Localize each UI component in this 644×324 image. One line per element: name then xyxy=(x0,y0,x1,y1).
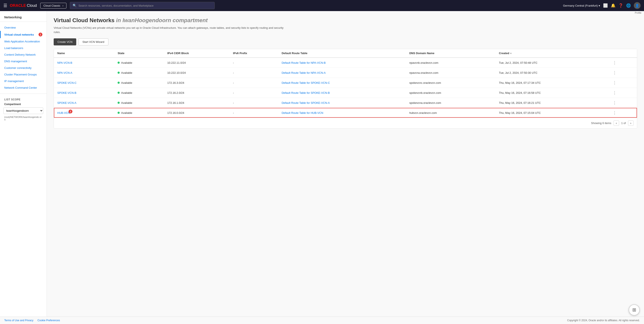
row-menu-button[interactable]: ⋮ xyxy=(612,81,618,85)
terms-link[interactable]: Terms of Use and Privacy xyxy=(4,319,34,322)
page-title: Virtual Cloud Networks in IwanHoogendoor… xyxy=(54,17,637,24)
col-ipv6: IPv6 Prefix xyxy=(230,49,278,58)
search-input[interactable] xyxy=(78,4,212,7)
sidebar-item-label: Cluster Placement Groups xyxy=(4,73,37,76)
compartment-select[interactable]: IwanHoogendoorn xyxy=(4,107,43,114)
console-icon[interactable]: ⬜ xyxy=(603,3,608,8)
vcn-state-cell: Available xyxy=(114,58,164,68)
vcn-name-link[interactable]: NPA-VCN-A xyxy=(57,71,72,74)
col-state: State xyxy=(114,49,164,58)
vcn-name-link[interactable]: SPOKE-VCN-A xyxy=(57,101,76,104)
vcn-ipv6-cell: - xyxy=(230,68,278,78)
vcn-dns-cell: hubvcn.oraclevcn.com xyxy=(406,108,496,118)
route-table-link[interactable]: Default Route Table for SPOKE-VCN-C xyxy=(282,81,330,84)
toolbar: Create VCN Start VCN Wizard xyxy=(54,38,637,45)
vcn-ipv6-cell: - xyxy=(230,98,278,108)
vcn-ipv4-cell: 172.16.2.0/24 xyxy=(164,88,230,98)
sidebar-item-cluster[interactable]: Cluster Placement Groups xyxy=(0,71,47,78)
status-dot xyxy=(118,82,120,84)
help-icon[interactable]: ❓ xyxy=(618,3,623,8)
sidebar-item-waa[interactable]: Web Application Acceleration xyxy=(0,38,47,45)
vcn-menu-cell: ⋮ xyxy=(608,78,637,88)
oracle-logo: ORACLE Cloud xyxy=(10,4,37,8)
vcn-name-link[interactable]: SPOKE-VCN-B xyxy=(57,91,76,94)
row-menu-button[interactable]: ⋮ xyxy=(612,111,618,115)
profile-tooltip: Profile xyxy=(634,11,642,15)
route-table-link[interactable]: Default Route Table for NPA-VCN-A xyxy=(282,71,326,74)
row-menu-button[interactable]: ⋮ xyxy=(612,91,618,95)
region-selector[interactable]: Germany Central (Frankfurt) ▾ xyxy=(563,4,600,7)
sidebar-item-label: Load balancers xyxy=(4,47,23,50)
sidebar-item-ip[interactable]: IP management xyxy=(0,78,47,84)
start-vcn-wizard-button[interactable]: Start VCN Wizard xyxy=(78,38,108,45)
vcn-ipv4-cell: 172.16.0.0/24 xyxy=(164,108,230,118)
row-menu-button[interactable]: ⋮ xyxy=(612,101,618,105)
vcn-name-link[interactable]: NPA-VCN-B xyxy=(57,61,72,64)
route-table-link[interactable]: Default Route Table for SPOKE-VCN-B xyxy=(282,91,330,94)
route-table-link[interactable]: Default Route Table for SPOKE-VCN-A xyxy=(282,101,330,104)
vcn-name-link[interactable]: HUB-VCN xyxy=(57,111,70,115)
pagination-prev[interactable]: ‹ xyxy=(614,120,619,126)
vcn-route-table-cell: Default Route Table for SPOKE-VCN-C xyxy=(278,78,406,88)
col-name: Name xyxy=(54,49,114,58)
chevron-down-icon: ▾ xyxy=(599,4,600,7)
sidebar-item-label: Network Command Center xyxy=(4,86,37,89)
footer-links: Terms of Use and Privacy Cookie Preferen… xyxy=(4,319,63,322)
vcn-state-cell: Available xyxy=(114,98,164,108)
vcn-name-cell: SPOKE-VCN-C xyxy=(54,78,114,88)
sidebar-title: Networking xyxy=(0,15,47,22)
vcn-route-table-cell: Default Route Table for NPA-VCN-B xyxy=(278,58,406,68)
vcn-name-link[interactable]: SPOKE-VCN-C xyxy=(57,81,76,84)
page-number: 1 of xyxy=(621,122,626,125)
vcn-ipv4-cell: 10.222.10.0/24 xyxy=(164,68,230,78)
col-route-table: Default Route Table xyxy=(278,49,406,58)
list-scope-label: List scope xyxy=(0,96,47,102)
sidebar-item-customer-connectivity[interactable]: Customer connectivity xyxy=(0,65,47,71)
vcn-name-cell: NPA-VCN-A xyxy=(54,68,114,78)
route-table-link[interactable]: Default Route Table for HUB-VCN xyxy=(282,111,323,115)
sidebar-item-vcn[interactable]: Virtual cloud networks 1 xyxy=(0,31,47,38)
language-icon[interactable]: 🌐 xyxy=(626,3,631,8)
row-menu-button[interactable]: ⋮ xyxy=(612,61,618,65)
status-label: Available xyxy=(121,81,132,84)
oracle-text: ORACLE xyxy=(10,4,26,8)
sidebar-item-overview[interactable]: Overview xyxy=(0,24,47,31)
compartment-path: (root)/NETWORK/IwanHoogendo orn xyxy=(0,115,47,122)
vcn-ipv4-cell: 10.222.11.0/24 xyxy=(164,58,230,68)
vcn-route-table-cell: Default Route Table for HUB-VCN xyxy=(278,108,406,118)
sidebar-item-cdn[interactable]: Content Delivery Network xyxy=(0,51,47,58)
vcn-ipv4-cell: 172.16.3.0/24 xyxy=(164,78,230,88)
pagination-next[interactable]: › xyxy=(628,120,634,126)
col-actions xyxy=(608,49,637,58)
status-dot xyxy=(118,112,120,114)
cloud-classic-button[interactable]: Cloud Classic › xyxy=(40,3,66,9)
vcn-state-cell: Available xyxy=(114,108,164,118)
sidebar-item-dns[interactable]: DNS management xyxy=(0,58,47,65)
row-menu-button[interactable]: ⋮ xyxy=(612,71,618,75)
global-search[interactable]: 🔍 xyxy=(70,2,215,9)
page-footer: Terms of Use and Privacy Cookie Preferen… xyxy=(0,316,644,324)
status-label: Available xyxy=(121,71,132,74)
vcn-state-cell: Available xyxy=(114,78,164,88)
user-avatar[interactable]: 👤 xyxy=(634,2,640,9)
vcn-ipv6-cell: - xyxy=(230,108,278,118)
main-layout: Networking Overview Virtual cloud networ… xyxy=(0,11,644,316)
sidebar-item-network-cmd[interactable]: Network Command Center xyxy=(0,84,47,91)
cookies-link[interactable]: Cookie Preferences xyxy=(38,319,60,322)
create-vcn-button[interactable]: Create VCN xyxy=(54,38,76,45)
vcn-menu-cell: ⋮ xyxy=(608,88,637,98)
vcn-route-table-cell: Default Route Table for SPOKE-VCN-A xyxy=(278,98,406,108)
vcn-created-cell: Tue, Jul 2, 2024, 07:50:48 UTC xyxy=(496,58,608,68)
region-label: Germany Central (Frankfurt) xyxy=(563,4,598,7)
notifications-icon[interactable]: 🔔 xyxy=(611,3,616,8)
col-created[interactable]: Created xyxy=(496,49,608,58)
sidebar-item-lb[interactable]: Load balancers xyxy=(0,45,47,51)
cloud-text: Cloud xyxy=(27,4,37,8)
help-widget[interactable]: ⊞ xyxy=(629,304,640,315)
vcn-dns-cell: spokevcnc.oraclevcn.com xyxy=(406,78,496,88)
hamburger-menu-icon[interactable]: ☰ xyxy=(4,3,7,8)
table-header-row: Name State IPv4 CIDR Block IPv6 Prefix D… xyxy=(54,49,637,58)
vcn-table: Name State IPv4 CIDR Block IPv6 Prefix D… xyxy=(54,49,637,129)
vcn-created-cell: Thu, May 16, 2024, 07:16:21 UTC xyxy=(496,98,608,108)
route-table-link[interactable]: Default Route Table for NPA-VCN-B xyxy=(282,61,326,64)
